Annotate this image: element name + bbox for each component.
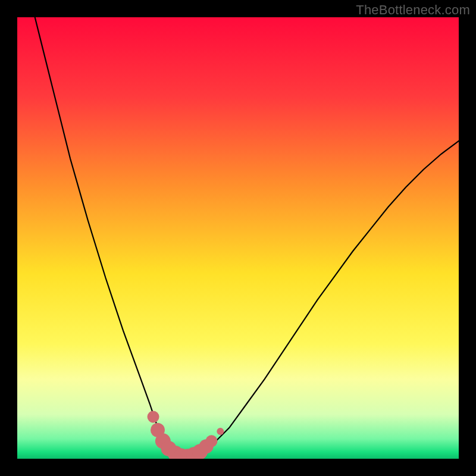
chart-frame [17, 17, 459, 459]
watermark-text: TheBottleneck.com [356, 2, 470, 18]
marker-dot [205, 435, 217, 447]
marker-dot [217, 428, 224, 435]
marker-dot [148, 411, 159, 423]
bottleneck-chart [17, 17, 459, 459]
gradient-background [17, 17, 459, 459]
